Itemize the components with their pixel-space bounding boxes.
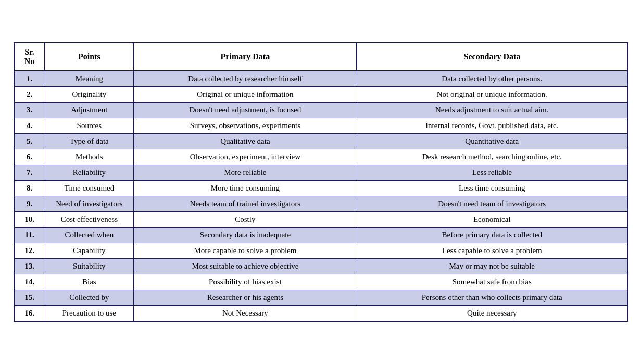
cell-srno: 3. xyxy=(14,103,45,118)
table-row: 15.Collected byResearcher or his agentsP… xyxy=(14,290,627,306)
table-row: 16.Precaution to useNot NecessaryQuite n… xyxy=(14,306,627,322)
cell-points: Collected when xyxy=(45,228,133,243)
table-row: 6.MethodsObservation, experiment, interv… xyxy=(14,149,627,165)
cell-secondary: Somewhat safe from bias xyxy=(357,274,627,290)
cell-points: Capability xyxy=(45,243,133,259)
cell-primary: Needs team of trained investigators xyxy=(133,196,357,212)
cell-primary: Doesn't need adjustment, is focused xyxy=(133,103,357,118)
cell-points: Type of data xyxy=(45,134,133,149)
cell-primary: More reliable xyxy=(133,165,357,181)
header-primary: Primary Data xyxy=(133,43,357,71)
cell-secondary: Desk research method, searching online, … xyxy=(357,149,627,165)
cell-points: Need of investigators xyxy=(45,196,133,212)
cell-points: Adjustment xyxy=(45,103,133,118)
cell-points: Bias xyxy=(45,274,133,290)
table-row: 14.BiasPossibility of bias existSomewhat… xyxy=(14,274,627,290)
cell-secondary: Needs adjustment to suit actual aim. xyxy=(357,103,627,118)
cell-srno: 5. xyxy=(14,134,45,149)
cell-srno: 16. xyxy=(14,306,45,322)
cell-srno: 10. xyxy=(14,212,45,228)
cell-secondary: Before primary data is collected xyxy=(357,228,627,243)
comparison-table: Sr. No Points Primary Data Secondary Dat… xyxy=(14,42,628,322)
table-row: 13.SuitabilityMost suitable to achieve o… xyxy=(14,259,627,274)
cell-primary: Researcher or his agents xyxy=(133,290,357,306)
table-row: 1.MeaningData collected by researcher hi… xyxy=(14,71,627,87)
cell-secondary: Quantitative data xyxy=(357,134,627,149)
table-row: 11.Collected whenSecondary data is inade… xyxy=(14,228,627,243)
cell-points: Sources xyxy=(45,118,133,134)
cell-primary: Surveys, observations, experiments xyxy=(133,118,357,134)
table-row: 9.Need of investigatorsNeeds team of tra… xyxy=(14,196,627,212)
cell-srno: 12. xyxy=(14,243,45,259)
cell-primary: Possibility of bias exist xyxy=(133,274,357,290)
cell-srno: 11. xyxy=(14,228,45,243)
table-row: 4.SourcesSurveys, observations, experime… xyxy=(14,118,627,134)
cell-points: Cost effectiveness xyxy=(45,212,133,228)
comparison-table-container: Sr. No Points Primary Data Secondary Dat… xyxy=(14,42,628,322)
cell-secondary: Doesn't need team of investigators xyxy=(357,196,627,212)
cell-points: Meaning xyxy=(45,71,133,87)
table-row: 8.Time consumedMore time consumingLess t… xyxy=(14,181,627,196)
cell-srno: 9. xyxy=(14,196,45,212)
cell-primary: Costly xyxy=(133,212,357,228)
cell-secondary: Data collected by other persons. xyxy=(357,71,627,87)
cell-srno: 4. xyxy=(14,118,45,134)
cell-primary: Observation, experiment, interview xyxy=(133,149,357,165)
cell-points: Collected by xyxy=(45,290,133,306)
cell-primary: More time consuming xyxy=(133,181,357,196)
cell-secondary: Less time consuming xyxy=(357,181,627,196)
cell-srno: 1. xyxy=(14,71,45,87)
table-row: 7.ReliabilityMore reliableLess reliable xyxy=(14,165,627,181)
cell-secondary: Economical xyxy=(357,212,627,228)
table-row: 3.AdjustmentDoesn't need adjustment, is … xyxy=(14,103,627,118)
cell-srno: 13. xyxy=(14,259,45,274)
header-secondary: Secondary Data xyxy=(357,43,627,71)
table-row: 10.Cost effectivenessCostlyEconomical xyxy=(14,212,627,228)
cell-points: Precaution to use xyxy=(45,306,133,322)
cell-points: Suitability xyxy=(45,259,133,274)
cell-primary: Data collected by researcher himself xyxy=(133,71,357,87)
table-header-row: Sr. No Points Primary Data Secondary Dat… xyxy=(14,43,627,71)
cell-primary: Not Necessary xyxy=(133,306,357,322)
table-row: 12.CapabilityMore capable to solve a pro… xyxy=(14,243,627,259)
cell-points: Reliability xyxy=(45,165,133,181)
cell-srno: 6. xyxy=(14,149,45,165)
cell-secondary: Internal records, Govt. published data, … xyxy=(357,118,627,134)
cell-srno: 14. xyxy=(14,274,45,290)
cell-points: Time consumed xyxy=(45,181,133,196)
header-srno: Sr. No xyxy=(14,43,45,71)
cell-srno: 2. xyxy=(14,87,45,103)
cell-secondary: Less capable to solve a problem xyxy=(357,243,627,259)
cell-secondary: Persons other than who collects primary … xyxy=(357,290,627,306)
cell-srno: 15. xyxy=(14,290,45,306)
cell-primary: More capable to solve a problem xyxy=(133,243,357,259)
table-row: 5.Type of dataQualitative dataQuantitati… xyxy=(14,134,627,149)
cell-primary: Secondary data is inadequate xyxy=(133,228,357,243)
header-points: Points xyxy=(45,43,133,71)
cell-primary: Qualitative data xyxy=(133,134,357,149)
table-row: 2.OriginalityOriginal or unique informat… xyxy=(14,87,627,103)
cell-secondary: Quite necessary xyxy=(357,306,627,322)
cell-srno: 8. xyxy=(14,181,45,196)
cell-secondary: May or may not be suitable xyxy=(357,259,627,274)
cell-points: Originality xyxy=(45,87,133,103)
cell-primary: Original or unique information xyxy=(133,87,357,103)
cell-srno: 7. xyxy=(14,165,45,181)
cell-secondary: Not original or unique information. xyxy=(357,87,627,103)
cell-points: Methods xyxy=(45,149,133,165)
cell-secondary: Less reliable xyxy=(357,165,627,181)
cell-primary: Most suitable to achieve objective xyxy=(133,259,357,274)
